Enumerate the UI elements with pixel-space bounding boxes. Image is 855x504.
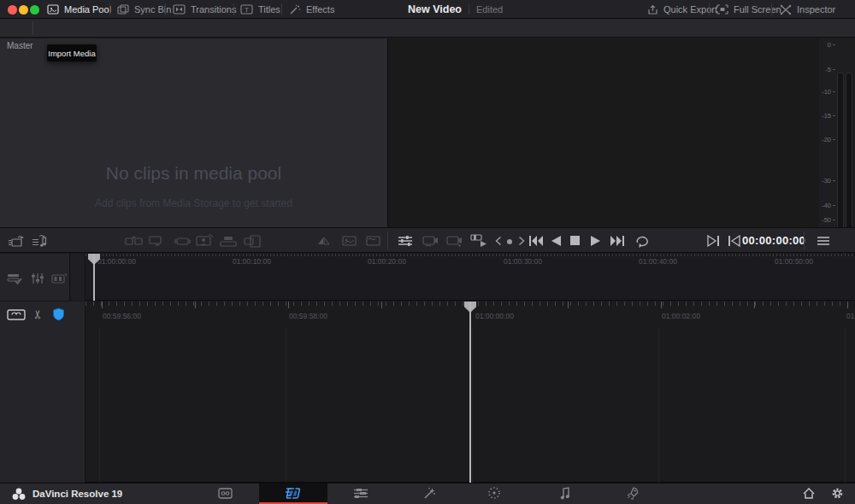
page-fusion-button[interactable] (416, 483, 443, 502)
lower-ruler-label: 00:59:58:00 (289, 312, 327, 320)
lower-timeline-sidebar: ✂ (0, 302, 86, 483)
timeline-options-menu-icon[interactable] (817, 236, 830, 246)
play-around-icon[interactable] (470, 234, 487, 247)
camera-add-icon[interactable] (446, 235, 463, 247)
lower-timeline[interactable]: 00:59:56:0000:59:58:0001:00:00:0001:00:0… (0, 302, 855, 483)
inspector-button[interactable]: Inspector (780, 0, 835, 19)
append-mode-icon[interactable] (149, 236, 166, 247)
title-separator (469, 4, 469, 15)
upper-ruler-label: 01:00:10:00 (233, 257, 271, 266)
page-cut-button[interactable] (259, 483, 327, 502)
page-deliver-button[interactable] (618, 483, 646, 502)
project-settings-gear-button[interactable] (824, 483, 850, 502)
play-icon[interactable] (590, 235, 601, 247)
lower-ruler-label: 00:59:56:00 (103, 312, 141, 320)
timeline-options-icon[interactable] (7, 273, 23, 284)
audio-meter-scale-label: -40 (819, 202, 831, 209)
smart-insert-icon[interactable] (125, 236, 143, 247)
titles-label: Titles (258, 4, 280, 15)
audio-meter-tick (833, 69, 835, 70)
current-frame-dot-icon[interactable] (506, 238, 513, 245)
window-zoom-button[interactable] (30, 5, 39, 15)
app-name: DaVinci Resolve 19 (32, 489, 122, 499)
topbar-separator (709, 3, 710, 15)
sync-bin-button[interactable]: Sync Bin (117, 0, 171, 19)
inspector-icon (780, 4, 792, 15)
topbar-separator (233, 3, 234, 15)
effects-label: Effects (306, 4, 334, 15)
split-scissors-icon[interactable]: ✂ (31, 309, 44, 319)
media-pool-toggle-button[interactable]: Media Pool (47, 0, 111, 19)
ripple-overwrite-icon[interactable] (174, 236, 192, 247)
project-manager-home-button[interactable] (796, 483, 822, 502)
titles-button[interactable]: T Titles (240, 0, 280, 19)
quick-export-button[interactable]: Quick Export (647, 0, 717, 19)
audio-meter-scale-label: -30 (819, 177, 831, 185)
sync-lock-shield-icon[interactable] (52, 308, 65, 321)
audio-meter-scale-label: -10 (819, 88, 831, 96)
media-pool-empty-title: No clips in media pool (0, 163, 387, 184)
transitions-label: Transitions (191, 4, 236, 15)
davinci-resolve-window: Media Pool Sync Bin Transitions T Titles (0, 0, 855, 504)
transition-tool-icon[interactable] (316, 236, 331, 246)
sync-bin-icon (117, 4, 129, 15)
loop-icon[interactable] (634, 234, 649, 248)
append-clip-icon[interactable] (8, 235, 25, 248)
window-minimize-button[interactable] (19, 5, 28, 15)
upper-timeline[interactable]: 01:00:00:0001:00:10:0001:00:20:0001:00:3… (0, 254, 855, 301)
track-mixer-icon[interactable] (31, 273, 44, 284)
effects-button[interactable]: Effects (289, 0, 334, 19)
audio-meter: 0-5-10-15-20-30-40-50 (819, 38, 855, 227)
window-close-button[interactable] (8, 5, 17, 15)
place-on-top-icon[interactable] (220, 236, 237, 247)
append-audio-icon[interactable] (32, 234, 49, 248)
camera-speed-icon[interactable] (422, 235, 439, 247)
toolbar-separator (32, 21, 33, 35)
audio-meter-tick (833, 44, 835, 45)
lower-ruler-label: 01:00:02:00 (662, 312, 700, 320)
upper-playhead-line[interactable] (93, 254, 95, 301)
stop-icon[interactable] (569, 235, 581, 246)
go-to-first-frame-icon[interactable] (528, 235, 544, 247)
audio-meter-tick (833, 220, 835, 220)
viewer-panel[interactable] (387, 38, 819, 227)
picture-in-picture-icon[interactable] (366, 236, 380, 246)
upper-timeline-sidebar (0, 254, 70, 301)
project-status: Edited (476, 4, 503, 15)
audio-meter-scale-label: -20 (819, 136, 831, 144)
audio-meter-scale-label: -5 (819, 66, 831, 73)
previous-edit-icon[interactable] (495, 236, 502, 246)
topbar-separator (771, 3, 772, 15)
go-to-last-frame-icon[interactable] (610, 235, 625, 247)
lower-playhead-line[interactable] (469, 302, 471, 483)
page-edit-button[interactable] (347, 483, 374, 502)
jump-to-in-icon[interactable] (728, 235, 740, 247)
media-pool-panel: No clips in media pool Add clips from Me… (0, 38, 387, 227)
tape-view-icon[interactable] (7, 308, 26, 321)
project-title-area: New Video Edited (408, 0, 503, 19)
page-media-button[interactable] (211, 483, 239, 502)
page-fairlight-button[interactable] (551, 483, 579, 502)
media-pool-empty-subtitle: Add clips from Media Storage to get star… (0, 197, 387, 209)
play-reverse-icon[interactable] (551, 235, 562, 247)
jump-to-out-icon[interactable] (707, 235, 720, 247)
track-type-icon[interactable] (51, 273, 68, 284)
bin-label[interactable]: Master (7, 41, 33, 50)
tools-panel-icon[interactable] (398, 235, 413, 247)
upper-timeline-gutter (71, 254, 86, 301)
full-screen-label: Full Screen (734, 4, 781, 15)
project-title: New Video (408, 3, 462, 15)
transitions-button[interactable]: Transitions (173, 0, 236, 19)
close-up-icon[interactable] (196, 234, 214, 248)
top-bar: Media Pool Sync Bin Transitions T Titles (0, 0, 855, 19)
page-color-button[interactable] (481, 483, 508, 502)
titles-icon: T (240, 4, 253, 15)
cutaway-icon[interactable] (342, 236, 357, 246)
timeline-timecode[interactable]: 00:00:00:00 (742, 234, 795, 247)
upper-ruler-label: 01:00:30:00 (504, 257, 542, 266)
inspector-label: Inspector (797, 4, 835, 15)
source-overwrite-icon[interactable] (244, 235, 261, 248)
toolbar-separator (804, 231, 805, 250)
next-edit-icon[interactable] (518, 236, 525, 246)
bottom-page-bar: DaVinci Resolve 19 (0, 483, 855, 504)
